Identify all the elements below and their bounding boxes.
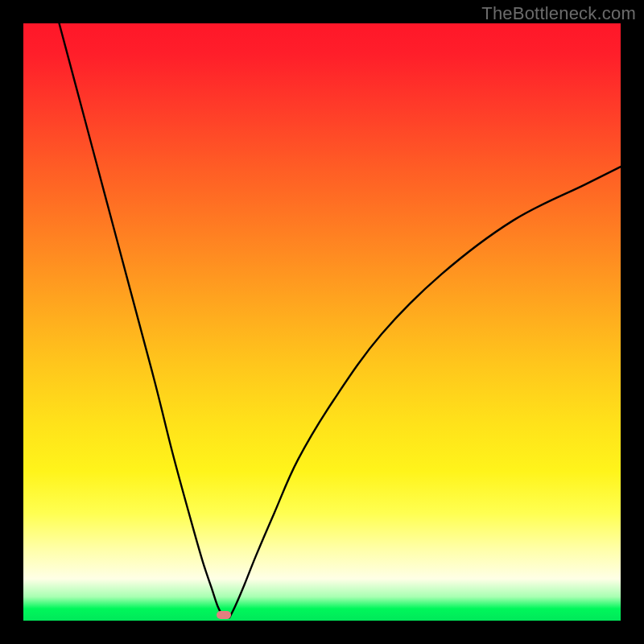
bottleneck-curve — [23, 23, 621, 621]
optimum-marker — [217, 611, 231, 619]
gradient-plot-area — [23, 23, 621, 621]
watermark-text: TheBottleneck.com — [481, 3, 636, 24]
chart-container: TheBottleneck.com — [0, 0, 644, 644]
